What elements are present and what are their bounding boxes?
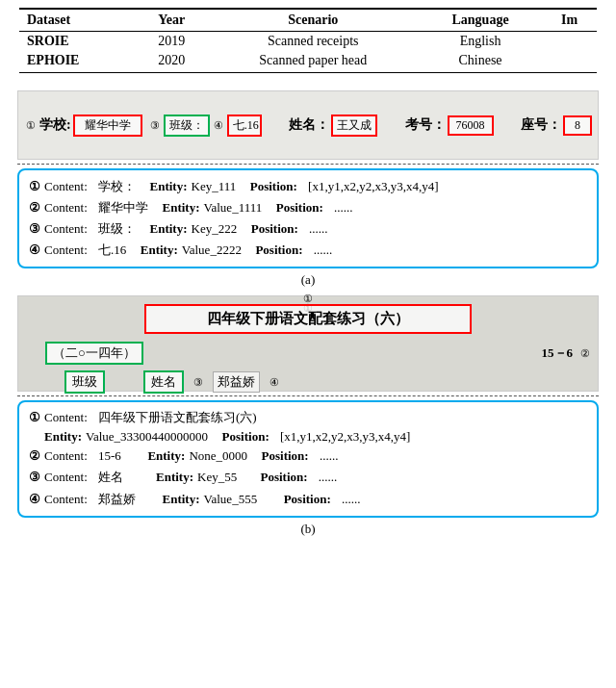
info-pos-val-a-0: [x1,y1,x2,y2,x3,y3,x4,y4] [308,176,438,197]
info-content-val-a-3: 七.16 [98,240,126,261]
cell-dataset-1: EPHOIE [19,51,136,73]
info-pos-label-a-3: Position: [255,240,302,261]
info-entity-label-b-3: Entity: [163,489,200,510]
cell-language-1: Chinese [419,51,543,73]
scan-image-b: ① 四年级下册语文配套练习（六） ① （二○一四年） 15－6 ② 班级 姓名 … [17,295,599,392]
info-pos-label-b-2: Position: [260,467,307,488]
label-banji: 班级 [64,370,105,394]
info-content-label-b-3: Content: [44,489,88,510]
info-pos-label-a-0: Position: [250,176,297,197]
info-entity-label-a-2: Entity: [150,218,188,240]
col-header-dataset: Dataset [19,9,136,32]
info-content-val-b-1: 15-6 [98,446,121,467]
figure-b: ① 四年级下册语文配套练习（六） ① （二○一四年） 15－6 ② 班级 姓名 … [17,295,599,536]
field-box-seatnum: 8 [563,115,592,136]
info-entity-label-b-2: Entity: [156,467,193,488]
info-content-label-b-0: Content: [44,408,88,427]
cell-year-0: 2019 [136,32,208,52]
info-pos-val-a-2: ...... [309,218,328,240]
col-header-year: Year [136,9,208,32]
field-box-class-val: 七.16 [227,115,262,137]
info-entity-val-b-1: None_0000 [189,446,247,467]
circle-1: ① [24,119,38,132]
info-pos-label-a-1: Position: [276,197,323,218]
info-num-b-1: ② [29,446,40,467]
info-line-b-1: ② Content: 15-6 Entity: None_0000 Positi… [29,446,587,467]
info-pos-val-a-3: ...... [314,240,333,261]
cell-scenario-0: Scanned receipts [208,32,419,52]
info-line-a-1: ② Content: 耀华中学 Entity: Value_1111 Posit… [29,197,587,218]
info-num-a-2: ③ [29,218,40,240]
table-row: SROIE 2019 Scanned receipts English [19,32,597,52]
circle-4: ④ [212,119,225,132]
info-line-a-3: ④ Content: 七.16 Entity: Value_2222 Posit… [29,240,587,261]
scan-row-a: ① 学校: 耀华中学 ③ 班级： ④ 七.16 姓名： 王又成 考号： 7600… [22,115,594,137]
cell-language-0: English [419,32,543,52]
scan-image-a: ① 学校: 耀华中学 ③ 班级： ④ 七.16 姓名： 王又成 考号： 7600… [17,90,599,160]
circle-2-b: ② [580,347,590,360]
cell-year-1: 2020 [136,51,208,73]
field-label-name: 姓名： [289,116,329,134]
big-red-box: 四年级下册语文配套练习（六） [144,304,472,334]
cell-im-1 [542,51,597,73]
info-num-b-2: ③ [29,467,40,488]
info-box-b: ① Content: 四年级下册语文配套练习(六) Entity: Value_… [17,400,599,517]
info-content-label-a-1: Content: [44,197,88,218]
info-entity-label-a-0: Entity: [150,176,188,197]
cell-dataset-0: SROIE [19,32,136,52]
col-header-im: Im [542,9,597,32]
info-entity-val-a-0: Key_111 [192,176,237,197]
info-content-label-b-1: Content: [44,446,88,467]
circle-3: ③ [148,119,162,132]
field-label-examnum: 考号： [405,116,446,134]
info-pos-label-b-1: Position: [262,446,309,467]
b-second-row: （二○一四年） 15－6 ② [26,342,590,365]
info-entity-val-a-1: Value_1111 [204,197,263,218]
info-content-val-a-1: 耀华中学 [98,197,148,218]
info-pos-val-b-2: ...... [319,467,338,488]
info-content-label-a-3: Content: [44,240,88,261]
info-content-val-b-2: 姓名 [98,467,123,488]
cell-im-0 [542,32,597,52]
info-entity-label-a-1: Entity: [163,197,200,218]
info-num-a-0: ① [29,176,40,197]
info-line-b-3: ④ Content: 郑益娇 Entity: Value_555 Positio… [29,489,587,510]
info-pos-val-b-3: ...... [342,489,361,510]
col-header-scenario: Scenario [208,9,419,32]
info-entity-val-a-2: Key_222 [192,218,238,240]
info-content-label-a-0: Content: [44,176,88,197]
caption-b: (b) [17,522,599,537]
info-entity-val-b-0: Value_33300440000000 [86,427,208,446]
dataset-table: Dataset Year Scenario Language Im SROIE … [19,8,597,73]
field-box-examnum: 76008 [448,115,494,136]
info-content-label-b-2: Content: [44,467,88,488]
col-header-language: Language [419,9,543,32]
info-pos-val-a-1: ...... [334,197,353,218]
label-xingming: 姓名 [143,370,184,394]
info-line-b-2: ③ Content: 姓名 Entity: Key_55 Position: .… [29,467,587,488]
banji-space [115,374,134,390]
info-pos-label-b-0: Position: [222,427,270,446]
info-num-b-3: ④ [29,489,40,510]
info-num-b-0: ① [29,408,40,427]
green-box-year: （二○一四年） [45,342,143,365]
info-content-val-b-0: 四年级下册语文配套练习(六) [98,408,257,427]
circle-4-b: ④ [270,376,279,389]
info-entity-val-a-3: Value_2222 [182,240,242,261]
big-text-b: 四年级下册语文配套练习（六） [207,311,409,326]
table-section: Dataset Year Scenario Language Im SROIE … [0,0,616,83]
info-entity-val-b-3: Value_555 [204,489,258,510]
info-line-b-0: ① Content: 四年级下册语文配套练习(六) Entity: Value_… [29,408,587,446]
info-line-a-2: ③ Content: 班级： Entity: Key_222 Position:… [29,218,587,240]
circle-3-b: ③ [193,376,203,389]
val-15-6: 15－6 [542,344,574,362]
caption-a: (a) [17,272,599,288]
info-entity-label-a-3: Entity: [141,240,178,261]
field-box-name: 王又成 [331,115,377,137]
info-entity-label-b-0: Entity: [44,427,82,446]
field-label-school: 学校: [39,116,71,134]
info-entity-label-b-1: Entity: [147,446,185,467]
figure-a: ① 学校: 耀华中学 ③ 班级： ④ 七.16 姓名： 王又成 考号： 7600… [17,90,599,288]
table-row: EPHOIE 2020 Scanned paper head Chinese [19,51,597,73]
field-box-school: 耀华中学 [73,115,142,137]
